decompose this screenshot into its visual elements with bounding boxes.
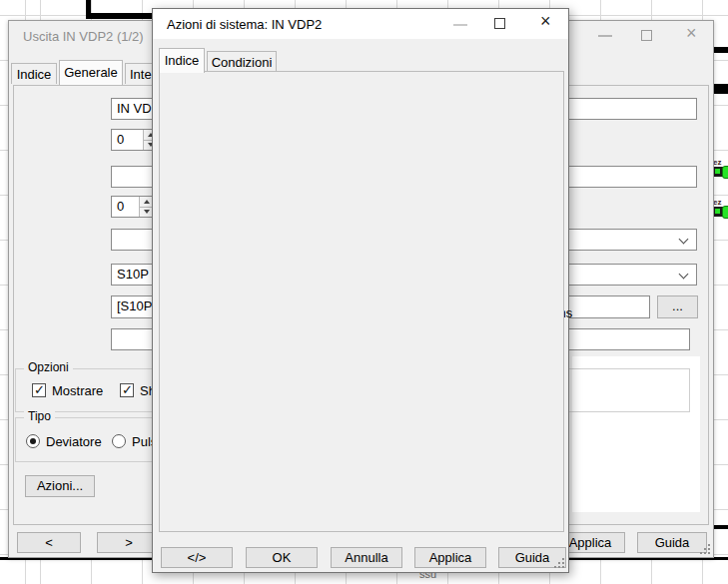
tab-label: Indice <box>165 53 200 68</box>
deviatore-label: Deviatore <box>46 434 102 449</box>
button-label: </> <box>188 550 207 565</box>
pulsante-radio[interactable] <box>112 434 126 448</box>
azioni-button[interactable]: Azioni... <box>25 475 95 497</box>
signal-icon[interactable]: ez <box>713 200 728 222</box>
azioni-tab-panel <box>159 71 564 532</box>
maximize-icon[interactable] <box>494 18 505 29</box>
signal-icon[interactable]: ez <box>713 160 728 182</box>
field-value: 0 <box>117 132 124 147</box>
chevron-down-icon <box>679 270 689 280</box>
guida-button-uscita[interactable]: Guida <box>637 532 707 553</box>
signal-green-icon <box>722 166 728 179</box>
button-label: Applica <box>429 550 472 565</box>
code-button[interactable]: </> <box>161 547 233 568</box>
button-label: ... <box>672 298 683 313</box>
azioni-titlebar[interactable]: Azioni di sistema: IN VDP2 × <box>153 9 568 39</box>
button-label: Guida <box>515 550 550 565</box>
button-label: > <box>125 535 133 550</box>
tab-label: Indice <box>17 67 52 82</box>
resize-grip[interactable] <box>554 558 556 560</box>
button-label: Annulla <box>345 550 387 565</box>
close-icon[interactable]: × <box>686 24 697 42</box>
field-value: S10P <box>117 267 149 282</box>
itinerari-browse-button[interactable]: ... <box>657 295 698 318</box>
svg-stepper[interactable]: 0 <box>111 196 155 218</box>
app-canvas: { "canvas": { "signals": [ { "label": "e… <box>0 0 728 584</box>
applica-button[interactable]: Applica <box>414 547 486 568</box>
tab-condizioni[interactable]: Condizioni <box>207 51 277 72</box>
deviatore-radio[interactable] <box>26 434 40 448</box>
chevron-down-icon <box>679 235 689 245</box>
tipo-group-title: Tipo <box>24 409 55 423</box>
ok-button[interactable]: OK <box>246 547 318 568</box>
button-label: OK <box>273 550 292 565</box>
minimize-icon[interactable] <box>453 24 467 26</box>
signal-label: ez <box>713 158 721 167</box>
azioni-dialog: Azioni di sistema: IN VDP2 × Indice Cond… <box>152 8 569 573</box>
tab-label: Condizioni <box>212 55 273 70</box>
minimize-icon[interactable] <box>598 35 612 37</box>
mostrare-label: Mostrare <box>52 383 103 398</box>
close-icon[interactable]: × <box>540 12 551 30</box>
tab-indice-uscita[interactable]: Indice <box>11 63 57 84</box>
annulla-button[interactable]: Annulla <box>331 547 402 568</box>
opzioni-group-title: Opzioni <box>24 360 73 374</box>
show-checkbox[interactable] <box>120 383 134 397</box>
signal-green-icon <box>722 206 728 219</box>
tab-indice[interactable]: Indice <box>159 48 205 73</box>
uscita-dialog-title: Uscita IN VDP2 (1/2) <box>23 29 144 44</box>
resize-grip[interactable] <box>700 544 702 546</box>
field-value: 0 <box>117 199 124 214</box>
azioni-dialog-title: Azioni di sistema: IN VDP2 <box>167 17 322 32</box>
signal-label: ez <box>713 198 721 207</box>
tab-label: Generale <box>64 65 117 80</box>
mostrare-checkbox[interactable] <box>32 383 46 397</box>
button-label: Applica <box>569 535 612 550</box>
button-label: Guida <box>655 535 690 550</box>
prev-button[interactable]: < <box>17 532 81 553</box>
button-label: Azioni... <box>37 478 83 493</box>
button-label: < <box>45 535 53 550</box>
maximize-icon[interactable] <box>641 30 652 41</box>
tab-generale[interactable]: Generale <box>59 60 123 85</box>
